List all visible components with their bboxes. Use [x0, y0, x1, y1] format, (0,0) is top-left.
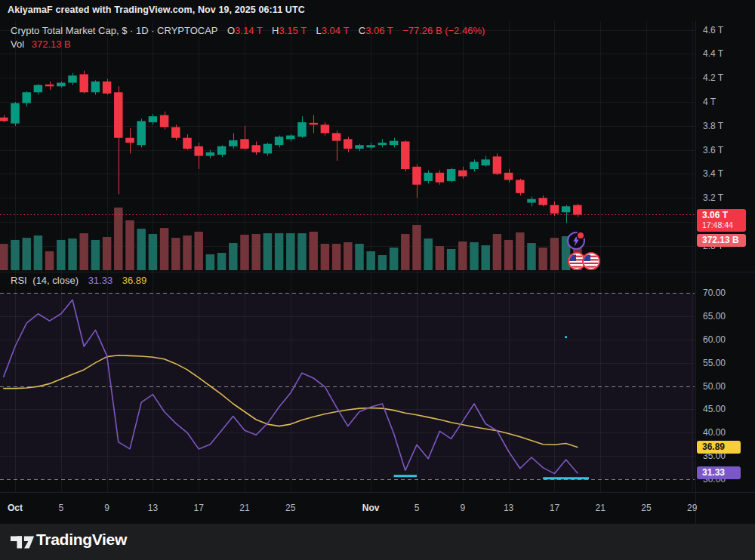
- price-badge-value: 3.06 T: [702, 211, 746, 220]
- rsi-axis-label: 70.00: [703, 288, 726, 298]
- price-axis-label: 3.2 T: [703, 192, 723, 203]
- open-value: 3.14 T: [235, 25, 262, 36]
- event-icon-us-flag-2[interactable]: [582, 252, 600, 270]
- close-value: 3.06 T: [365, 25, 393, 36]
- rsi-axis-label: 40.00: [703, 427, 726, 438]
- rsi-current-value: 31.33: [88, 275, 113, 286]
- time-axis-label: 5: [414, 503, 420, 513]
- change-value: −77.26 B (−2.46%): [402, 25, 485, 36]
- footer-bar: TradingView: [0, 524, 755, 560]
- rsi-axis-label: 55.00: [703, 358, 726, 368]
- time-axis-label: 17: [194, 503, 204, 513]
- price-axis-label: 4.4 T: [703, 48, 723, 59]
- rsi-axis-label: 65.00: [703, 311, 726, 322]
- rsi-ma-badge: 36.89: [697, 441, 741, 454]
- symbol-legend: Crypto Total Market Cap, $ · 1D · CRYPTO…: [11, 25, 485, 36]
- high-value: 3.15 T: [279, 25, 306, 36]
- time-axis-label: 21: [596, 503, 606, 513]
- event-icon-lightning[interactable]: [567, 232, 585, 250]
- time-axis-label: 5: [58, 503, 63, 513]
- symbol-title: Crypto Total Market Cap, $ · 1D · CRYPTO…: [11, 25, 217, 36]
- close-label: C: [359, 25, 365, 36]
- rsi-legend: RSI (14, close) 31.33 36.89: [11, 275, 146, 286]
- low-value: 3.04 T: [322, 25, 349, 36]
- rsi-axis-label: 50.00: [703, 381, 726, 392]
- price-axis-label: 4.2 T: [703, 72, 723, 83]
- tradingview-wordmark[interactable]: TradingView: [36, 531, 127, 549]
- us-flag-icon: [584, 254, 599, 269]
- time-axis-label: 9: [460, 503, 465, 513]
- time-axis-label: Oct: [8, 503, 23, 513]
- time-axis-label: 17: [550, 503, 559, 513]
- time-axis-label: 9: [104, 503, 109, 513]
- volume-badge: 372.13 B: [697, 234, 746, 247]
- volume-label: Vol: [11, 38, 24, 50]
- volume-legend: Vol 372.13 B: [11, 38, 71, 50]
- rsi-axis-label: 60.00: [703, 334, 726, 345]
- low-label: L: [316, 25, 321, 36]
- time-axis-label: Nov: [362, 503, 380, 513]
- rsi-ma-current-value: 36.89: [122, 275, 147, 286]
- volume-value: 372.13 B: [32, 38, 71, 50]
- price-axis-label: 4 T: [703, 97, 716, 107]
- rsi-badge: 31.33: [697, 466, 741, 479]
- rsi-axis-label: 45.00: [703, 404, 726, 414]
- watermark-attribution: AkiyamaF created with TradingView.com, N…: [8, 5, 305, 15]
- price-badge-countdown: 17:48:44: [702, 220, 746, 230]
- price-axis-label: 3.4 T: [703, 168, 723, 179]
- time-axis-label: 25: [641, 503, 651, 513]
- rsi-name: RSI: [11, 275, 27, 286]
- price-axis-label: 3.8 T: [703, 121, 723, 131]
- price-axis-label: 4.6 T: [703, 25, 723, 35]
- time-axis-label: 13: [504, 503, 513, 513]
- lightning-bolt-icon: [569, 233, 584, 248]
- price-badge: 3.06 T 17:48:44: [697, 209, 746, 232]
- time-axis-label: 29: [687, 503, 697, 513]
- chart-root: AkiyamaF created with TradingView.com, N…: [0, 0, 755, 560]
- open-label: O: [227, 25, 235, 36]
- time-axis-label: 25: [285, 503, 295, 513]
- time-axis-label: 21: [239, 503, 249, 513]
- price-axis-label: 3.6 T: [703, 145, 723, 155]
- rsi-params: (14, close): [32, 275, 79, 286]
- tradingview-logo-icon[interactable]: [10, 533, 35, 554]
- time-axis-label: 13: [148, 503, 158, 513]
